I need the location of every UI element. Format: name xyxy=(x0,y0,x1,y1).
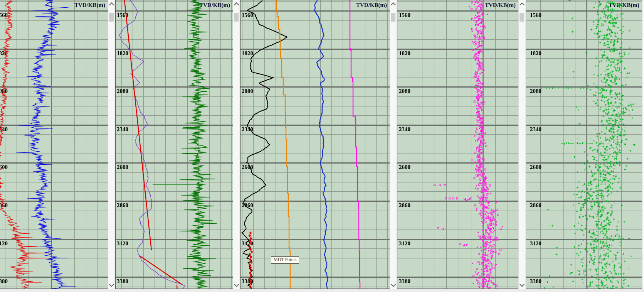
vertical-scrollbar[interactable] xyxy=(233,0,239,289)
log-track-panel-1: 15601820208023402600286031203380 TVD/KB(… xyxy=(0,0,114,289)
log-track-panel-5: 15601820208023402600286031203380 TVD/KB(… xyxy=(526,0,644,289)
scrollbar-thumb[interactable] xyxy=(391,13,395,22)
chevron-down-icon[interactable] xyxy=(520,282,525,287)
log-plot-area-3: 15601820208023402600286031203380 TVD/KB(… xyxy=(240,0,390,289)
chevron-up-icon[interactable] xyxy=(520,2,525,7)
log-plot-area-5: 15601820208023402600286031203380 TVD/KB(… xyxy=(526,0,642,289)
chevron-down-icon[interactable] xyxy=(109,282,114,287)
vertical-scrollbar[interactable] xyxy=(390,0,396,289)
log-track-panel-4: 15601820208023402600286031203380 TVD/KB(… xyxy=(397,0,525,289)
vertical-scrollbar[interactable] xyxy=(518,0,525,289)
chevron-down-icon[interactable] xyxy=(391,282,396,287)
log-plot-canvas[interactable] xyxy=(240,0,390,289)
chevron-down-icon[interactable] xyxy=(234,282,239,287)
scrollbar-thumb[interactable] xyxy=(109,13,114,22)
log-track-panel-3: 15601820208023402600286031203380 TVD/KB(… xyxy=(240,0,396,289)
vertical-scrollbar[interactable] xyxy=(108,0,114,289)
vertical-scrollbar[interactable] xyxy=(642,0,644,289)
log-plot-canvas[interactable] xyxy=(397,0,518,289)
log-plot-area-2: 15601820208023402600286031203380 TVD/KB(… xyxy=(115,0,233,289)
log-track-panel-2: 15601820208023402600286031203380 TVD/KB(… xyxy=(115,0,239,289)
mdt-points-tooltip: MDT Points xyxy=(271,256,299,264)
log-plot-area-4: 15601820208023402600286031203380 TVD/KB(… xyxy=(397,0,518,289)
scrollbar-thumb[interactable] xyxy=(520,13,524,22)
log-plot-canvas[interactable] xyxy=(0,0,108,289)
log-plot-canvas[interactable] xyxy=(116,0,233,289)
chevron-up-icon[interactable] xyxy=(391,2,396,7)
log-plot-area-1: 15601820208023402600286031203380 TVD/KB(… xyxy=(0,0,108,289)
scrollbar-thumb[interactable] xyxy=(234,13,239,22)
chevron-up-icon[interactable] xyxy=(234,2,239,7)
log-plot-canvas[interactable] xyxy=(526,0,642,289)
chevron-up-icon[interactable] xyxy=(109,2,114,7)
